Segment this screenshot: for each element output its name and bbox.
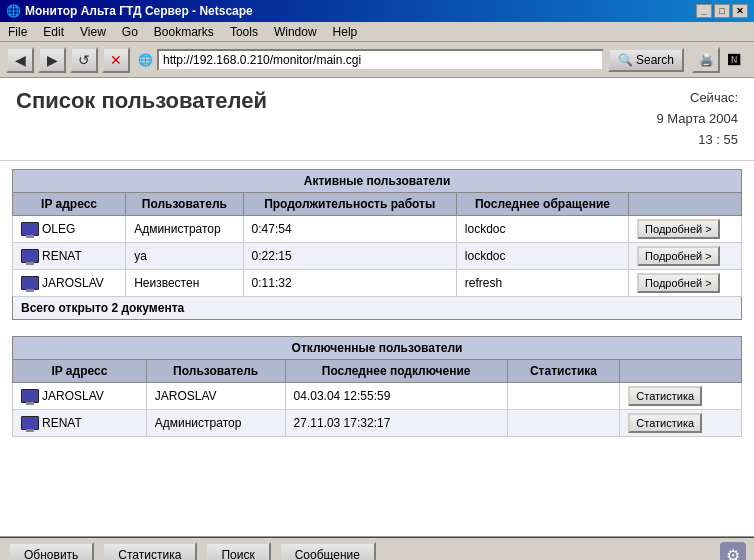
menu-help[interactable]: Help [329, 24, 362, 40]
menu-bookmarks[interactable]: Bookmarks [150, 24, 218, 40]
inactive-users-title: Отключенные пользователи [13, 337, 742, 360]
cell-user-2: ya [126, 243, 243, 270]
cell-ip-1: OLEG [13, 216, 126, 243]
address-icon: 🌐 [138, 53, 153, 67]
page-header: Список пользователей Сейчас: 9 Марта 200… [0, 78, 754, 161]
summary-row: Всего открыто 2 документа [13, 297, 742, 320]
menu-file[interactable]: File [4, 24, 31, 40]
bottom-toolbar: Обновить Статистика Поиск Сообщение ⚙ [0, 536, 754, 560]
monitor-icon-3 [21, 276, 39, 290]
col-last-access: Последнее обращение [456, 193, 628, 216]
menubar: File Edit View Go Bookmarks Tools Window… [0, 22, 754, 42]
detail-button-1[interactable]: Подробней > [637, 219, 720, 239]
monitor-icon-2 [21, 249, 39, 263]
active-users-table: Активные пользователи IP адресс Пользова… [12, 169, 742, 320]
cell-btn-2[interactable]: Подробней > [629, 243, 742, 270]
cell-access-3: refresh [456, 270, 628, 297]
forward-button[interactable]: ▶ [38, 47, 66, 73]
active-row-2: RENAT ya 0:22:15 lockdoc Подробней > [13, 243, 742, 270]
stop-button[interactable]: ✕ [102, 47, 130, 73]
cell-duration-1: 0:47:54 [243, 216, 456, 243]
cell-stat-2 [507, 410, 620, 437]
cell-ip-inactive-2: RENAT [13, 410, 147, 437]
stats-button[interactable]: Статистика [102, 542, 197, 560]
menu-window[interactable]: Window [270, 24, 321, 40]
col-user-inactive: Пользователь [146, 360, 285, 383]
cell-user-1: Администратор [126, 216, 243, 243]
active-row-1: OLEG Администратор 0:47:54 lockdoc Подро… [13, 216, 742, 243]
printer-button[interactable]: 🖨️ [692, 47, 720, 73]
inactive-row-2: RENAT Администратор 27.11.03 17:32:17 Ст… [13, 410, 742, 437]
monitor-icon-inactive-1 [21, 389, 39, 403]
menu-tools[interactable]: Tools [226, 24, 262, 40]
ip-label-3: JAROSLAV [42, 276, 104, 290]
active-users-title: Активные пользователи [13, 170, 742, 193]
ip-label-inactive-2: RENAT [42, 416, 82, 430]
active-row-3: JAROSLAV Неизвестен 0:11:32 refresh Подр… [13, 270, 742, 297]
back-button[interactable]: ◀ [6, 47, 34, 73]
search-icon: 🔍 [618, 53, 633, 67]
cell-duration-2: 0:22:15 [243, 243, 456, 270]
cell-duration-3: 0:11:32 [243, 270, 456, 297]
col-ip-inactive: IP адресс [13, 360, 147, 383]
inactive-users-table: Отключенные пользователи IP адресс Польз… [12, 336, 742, 437]
search-button-toolbar[interactable]: 🔍 Search [608, 48, 684, 72]
ip-label-1: OLEG [42, 222, 75, 236]
page-title: Список пользователей [16, 88, 267, 114]
message-button[interactable]: Сообщение [279, 542, 376, 560]
cell-user-inactive-1: JAROSLAV [146, 383, 285, 410]
ip-label-inactive-1: JAROSLAV [42, 389, 104, 403]
cell-ip-2: RENAT [13, 243, 126, 270]
summary-text: Всего открыто 2 документа [13, 297, 742, 320]
close-button[interactable]: ✕ [732, 4, 748, 18]
monitor-icon-1 [21, 222, 39, 236]
col-user-active: Пользователь [126, 193, 243, 216]
address-bar-container: 🌐 🔍 Search [138, 48, 684, 72]
titlebar: 🌐 Монитор Альта ГТД Сервер - Netscape _ … [0, 0, 754, 22]
reload-button[interactable]: ↺ [70, 47, 98, 73]
date-time-block: Сейчас: 9 Марта 2004 13 : 55 [656, 88, 738, 150]
inactive-row-1: JAROSLAV JAROSLAV 04.03.04 12:55:59 Стат… [13, 383, 742, 410]
minimize-button[interactable]: _ [696, 4, 712, 18]
cell-ip-inactive-1: JAROSLAV [13, 383, 147, 410]
cell-statbtn-1[interactable]: Статистика [620, 383, 742, 410]
col-action-inactive [620, 360, 742, 383]
cell-user-3: Неизвестен [126, 270, 243, 297]
cell-statbtn-2[interactable]: Статистика [620, 410, 742, 437]
address-input[interactable] [157, 49, 604, 71]
datetime-label: Сейчас: [656, 88, 738, 109]
detail-button-3[interactable]: Подробней > [637, 273, 720, 293]
cell-btn-3[interactable]: Подробней > [629, 270, 742, 297]
stat-button-1[interactable]: Статистика [628, 386, 702, 406]
page-date: 9 Марта 2004 [656, 109, 738, 130]
col-duration: Продолжительность работы [243, 193, 456, 216]
col-ip-active: IP адресс [13, 193, 126, 216]
cell-user-inactive-2: Администратор [146, 410, 285, 437]
window-controls[interactable]: _ □ ✕ [696, 4, 748, 18]
menu-view[interactable]: View [76, 24, 110, 40]
menu-edit[interactable]: Edit [39, 24, 68, 40]
titlebar-title: Монитор Альта ГТД Сервер - Netscape [25, 4, 253, 18]
cell-ip-3: JAROSLAV [13, 270, 126, 297]
cell-btn-1[interactable]: Подробней > [629, 216, 742, 243]
main-content: Список пользователей Сейчас: 9 Марта 200… [0, 78, 754, 536]
detail-button-2[interactable]: Подробней > [637, 246, 720, 266]
cell-lastconn-1: 04.03.04 12:55:59 [285, 383, 507, 410]
stat-button-2[interactable]: Статистика [628, 413, 702, 433]
col-stat: Статистика [507, 360, 620, 383]
netscape-logo: 🅽 [720, 47, 748, 73]
col-last-conn: Последнее подключение [285, 360, 507, 383]
refresh-button[interactable]: Обновить [8, 542, 94, 560]
cell-access-2: lockdoc [456, 243, 628, 270]
titlebar-icon: 🌐 [6, 4, 21, 18]
menu-go[interactable]: Go [118, 24, 142, 40]
page-time: 13 : 55 [656, 130, 738, 151]
search-page-button[interactable]: Поиск [205, 542, 270, 560]
monitor-icon-inactive-2 [21, 416, 39, 430]
settings-icon[interactable]: ⚙ [720, 542, 746, 560]
col-action-active [629, 193, 742, 216]
printer-area: 🖨️ 🅽 [692, 47, 748, 73]
ip-label-2: RENAT [42, 249, 82, 263]
active-users-section: Активные пользователи IP адресс Пользова… [0, 161, 754, 328]
maximize-button[interactable]: □ [714, 4, 730, 18]
